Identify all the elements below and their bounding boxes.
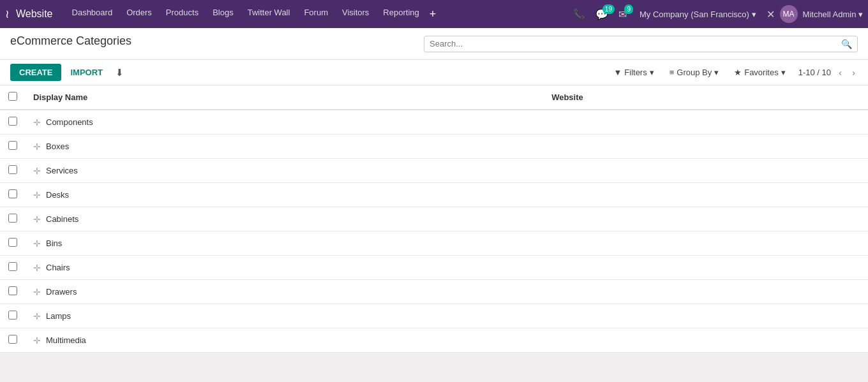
row-website	[544, 183, 868, 207]
nav-forum[interactable]: Forum	[297, 5, 334, 24]
msg-badge: 9	[624, 4, 633, 14]
row-display-name[interactable]: ✛ Lamps	[26, 304, 544, 328]
pagination: 1-10 / 10 ‹ ›	[798, 66, 858, 79]
row-name-text: Boxes	[46, 142, 69, 151]
row-website	[544, 304, 868, 328]
header-right: 🔍	[424, 36, 858, 52]
page-title: eCommerce Categories	[10, 34, 131, 48]
msg-badge-wrap[interactable]: ✉ 9	[616, 8, 629, 20]
download-button[interactable]: ⬇	[112, 64, 128, 81]
action-bar-right: ▼ Filters ▾ ≡ Group By ▾ ★ Favorites ▾ 1…	[611, 66, 858, 79]
nav-dashboard[interactable]: Dashboard	[66, 5, 119, 24]
table-row: ✛ Cabinets	[0, 207, 868, 231]
drag-handle-icon[interactable]: ✛	[33, 287, 41, 297]
row-display-name[interactable]: ✛ Desks	[26, 183, 544, 207]
row-name-text: Chairs	[46, 263, 70, 272]
drag-handle-icon[interactable]: ✛	[33, 142, 41, 152]
company-selector[interactable]: My Company (San Francisco) ▾	[634, 7, 761, 22]
header-left: eCommerce Categories	[10, 34, 131, 53]
row-name-text: Drawers	[46, 287, 77, 297]
row-checkbox-cell	[0, 183, 26, 207]
action-bar-left: CREATE IMPORT ⬇	[10, 64, 128, 81]
row-checkbox[interactable]	[8, 214, 17, 223]
nav-orders[interactable]: Orders	[120, 5, 158, 24]
page-header: eCommerce Categories 🔍	[0, 28, 868, 60]
row-display-name[interactable]: ✛ Multimedia	[26, 328, 544, 353]
drag-handle-icon[interactable]: ✛	[33, 335, 41, 346]
table-row: ✛ Chairs	[0, 256, 868, 280]
row-checkbox[interactable]	[8, 117, 17, 126]
row-checkbox[interactable]	[8, 141, 17, 150]
row-checkbox-cell	[0, 304, 26, 328]
row-checkbox[interactable]	[8, 262, 17, 271]
user-name[interactable]: Mitchell Admin ▾	[803, 10, 863, 19]
categories-table: Display Name Website ✛ Components ✛ Boxe…	[0, 85, 868, 353]
groupby-button[interactable]: ≡ Group By ▾	[667, 66, 722, 78]
company-chevron-icon: ▾	[752, 10, 756, 19]
row-name-text: Bins	[46, 239, 62, 248]
nav-twitter-wall[interactable]: Twitter Wall	[241, 5, 297, 24]
row-checkbox-cell	[0, 159, 26, 183]
row-checkbox[interactable]	[8, 189, 17, 198]
user-chevron-icon: ▾	[858, 10, 863, 19]
nav-blogs[interactable]: Blogs	[206, 5, 240, 24]
search-icon[interactable]: 🔍	[841, 39, 852, 49]
row-name-text: Services	[46, 166, 78, 175]
next-page-button[interactable]: ›	[849, 66, 858, 79]
groupby-icon: ≡	[670, 68, 675, 77]
drag-handle-icon[interactable]: ✛	[33, 311, 41, 321]
add-icon[interactable]: +	[427, 5, 439, 24]
row-display-name[interactable]: ✛ Components	[26, 110, 544, 135]
filters-button[interactable]: ▼ Filters ▾	[611, 66, 656, 78]
create-button[interactable]: CREATE	[10, 64, 61, 81]
pagination-info: 1-10 / 10	[798, 68, 831, 77]
row-display-name[interactable]: ✛ Drawers	[26, 280, 544, 304]
row-display-name[interactable]: ✛ Boxes	[26, 135, 544, 159]
row-checkbox-cell	[0, 280, 26, 304]
drag-handle-icon[interactable]: ✛	[33, 263, 41, 273]
nav-links: Dashboard Orders Products Blogs Twitter …	[66, 5, 568, 24]
top-navigation: ≀ Website Dashboard Orders Products Blog…	[0, 0, 868, 28]
nav-products[interactable]: Products	[160, 5, 205, 24]
row-checkbox[interactable]	[8, 311, 17, 320]
drag-handle-icon[interactable]: ✛	[33, 190, 41, 200]
row-checkbox[interactable]	[8, 238, 17, 247]
row-checkbox[interactable]	[8, 286, 17, 295]
row-checkbox-cell	[0, 135, 26, 159]
drag-handle-icon[interactable]: ✛	[33, 117, 41, 128]
drag-handle-icon[interactable]: ✛	[33, 166, 41, 176]
star-icon: ★	[734, 68, 742, 77]
row-website	[544, 159, 868, 183]
import-button[interactable]: IMPORT	[66, 64, 107, 81]
favorites-button[interactable]: ★ Favorites ▾	[731, 66, 788, 78]
drag-handle-icon[interactable]: ✛	[33, 239, 41, 249]
chat-badge-wrap[interactable]: 💬 19	[593, 8, 611, 20]
phone-icon[interactable]: 📞	[571, 6, 588, 22]
row-website	[544, 256, 868, 280]
row-display-name[interactable]: ✛ Cabinets	[26, 207, 544, 231]
prev-page-button[interactable]: ‹	[836, 66, 844, 79]
row-display-name[interactable]: ✛ Chairs	[26, 256, 544, 280]
table-row: ✛ Bins	[0, 231, 868, 256]
header-checkbox-cell	[0, 85, 26, 110]
close-icon[interactable]: ✕	[767, 8, 775, 20]
drag-handle-icon[interactable]: ✛	[33, 214, 41, 224]
row-checkbox-cell	[0, 110, 26, 135]
grid-icon[interactable]: ≀	[5, 7, 10, 21]
nav-reporting[interactable]: Reporting	[377, 5, 425, 24]
col-website[interactable]: Website	[544, 85, 868, 110]
search-input-wrap: 🔍	[424, 36, 858, 52]
select-all-checkbox[interactable]	[8, 92, 17, 101]
user-avatar[interactable]: MA	[780, 5, 798, 23]
row-display-name[interactable]: ✛ Services	[26, 159, 544, 183]
row-display-name[interactable]: ✛ Bins	[26, 231, 544, 256]
row-checkbox-cell	[0, 328, 26, 353]
nav-visitors[interactable]: Visitors	[336, 5, 375, 24]
col-display-name[interactable]: Display Name	[26, 85, 544, 110]
row-website	[544, 328, 868, 353]
row-checkbox[interactable]	[8, 335, 17, 344]
search-input[interactable]	[430, 39, 841, 48]
row-checkbox[interactable]	[8, 165, 17, 174]
app-name[interactable]: Website	[16, 8, 53, 20]
table-row: ✛ Multimedia	[0, 328, 868, 353]
